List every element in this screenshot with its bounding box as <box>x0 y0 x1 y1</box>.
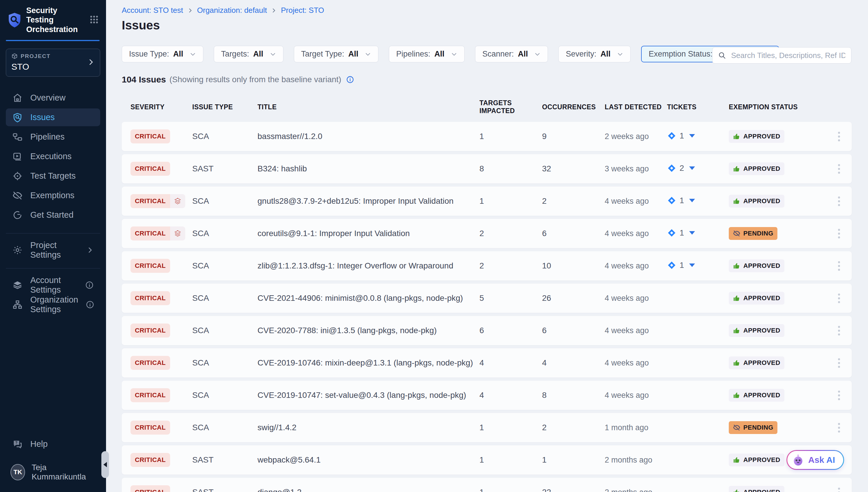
thumbs-up-icon <box>733 132 740 140</box>
status-label: APPROVED <box>743 165 780 173</box>
sidebar-footer: ? Help TK Teja Kummarikuntla <box>0 435 106 492</box>
help-button[interactable]: ? Help <box>6 435 100 453</box>
severity-badge-label: CRITICAL <box>131 356 170 370</box>
issue-row[interactable]: CRITICAL SCA CVE-2019-10747: set-value@0… <box>122 381 852 410</box>
row-menu-kebab-icon[interactable] <box>835 324 843 337</box>
ticket-count: 1 <box>680 196 684 205</box>
issue-row[interactable]: CRITICAL SCA zlib@1:1.2.13.dfsg-1: Integ… <box>122 251 852 280</box>
info-icon[interactable] <box>86 300 95 309</box>
filter-issue-type[interactable]: Issue Type:All <box>122 46 203 63</box>
project-selector[interactable]: PROJECT STO <box>6 49 100 77</box>
sidebar-item-test-targets[interactable]: Test Targets <box>6 167 100 185</box>
row-menu-kebab-icon[interactable] <box>835 356 843 370</box>
issue-row[interactable]: CRITICAL SCA CVE-2021-44906: minimist@0.… <box>122 284 852 313</box>
sidebar-item-organization-settings[interactable]: Organization Settings <box>6 296 100 313</box>
sidebar-collapse-handle[interactable] <box>101 451 109 478</box>
row-menu-kebab-icon[interactable] <box>835 195 843 208</box>
chevron-down-icon <box>190 51 196 57</box>
last-detected-cell: 4 weeks ago <box>605 391 667 400</box>
breadcrumb-account[interactable]: Account: STO test <box>122 6 183 15</box>
last-detected-cell: 2 weeks ago <box>605 132 667 141</box>
sidebar-item-executions[interactable]: Executions <box>6 147 100 165</box>
sidebar-item-overview[interactable]: Overview <box>6 89 100 107</box>
thumbs-up-icon <box>733 262 740 270</box>
filter-targets[interactable]: Targets:All <box>214 46 283 63</box>
occurrences-cell: 2 <box>542 423 605 432</box>
exemption-status-cell: APPROVED <box>729 260 825 272</box>
thumbs-up-icon <box>733 294 740 302</box>
exemption-status-cell: APPROVED <box>729 356 825 369</box>
sidebar-item-get-started[interactable]: Get Started <box>6 206 100 224</box>
row-menu-kebab-icon[interactable] <box>835 162 843 175</box>
user-menu[interactable]: TK Teja Kummarikuntla <box>6 463 100 482</box>
issue-title-cell: CVE-2020-7788: ini@1.3.5 (lang-pkgs, nod… <box>258 326 479 335</box>
issue-row[interactable]: CRITICAL SAST B324: hashlib 8 32 3 weeks… <box>122 154 852 183</box>
occurrences-cell: 10 <box>542 261 605 270</box>
severity-badge-label: CRITICAL <box>131 259 170 273</box>
search-input[interactable] <box>731 51 846 60</box>
ticket-group[interactable]: 2 <box>667 164 695 173</box>
issues-count-row: 104 Issues (Showing results only from th… <box>122 75 852 84</box>
breadcrumb-project[interactable]: Project: STO <box>281 6 324 15</box>
sidebar-item-account-settings[interactable]: Account Settings <box>6 276 100 294</box>
ticket-group[interactable]: 1 <box>667 228 695 238</box>
breadcrumb-organization[interactable]: Organization: default <box>197 6 267 15</box>
filter-label: Pipelines: <box>396 50 430 58</box>
chevron-down-icon <box>617 51 623 57</box>
shield-search-icon <box>12 112 23 123</box>
severity-cell: CRITICAL <box>131 194 192 208</box>
filter-scanner[interactable]: Scanner:All <box>475 46 548 63</box>
row-menu-kebab-icon[interactable] <box>835 421 843 434</box>
ticket-group[interactable]: 1 <box>667 261 695 270</box>
ticket-caret-down-icon <box>689 134 695 138</box>
issue-type-cell: SCA <box>192 294 258 303</box>
row-menu-kebab-icon[interactable] <box>835 389 843 402</box>
search-box <box>712 47 851 64</box>
exemption-status-badge: APPROVED <box>729 356 784 369</box>
issue-row[interactable]: CRITICAL SCA CVE-2020-7788: ini@1.3.5 (l… <box>122 316 852 345</box>
filter-severity[interactable]: Severity:All <box>558 46 631 63</box>
exemption-status-badge: APPROVED <box>729 292 784 304</box>
issue-row[interactable]: CRITICAL SCA CVE-2019-10746: mixin-deep@… <box>122 348 852 377</box>
filter-value: All <box>434 50 445 58</box>
targets-impacted-cell: 4 <box>479 391 542 400</box>
row-menu-kebab-icon[interactable] <box>835 227 843 240</box>
row-menu-kebab-icon[interactable] <box>835 486 843 492</box>
sidebar-item-project-settings[interactable]: Project Settings <box>6 241 100 259</box>
filter-pipelines[interactable]: Pipelines:All <box>389 46 465 63</box>
ticket-group[interactable]: 1 <box>667 196 695 205</box>
last-detected-cell: 4 weeks ago <box>605 197 667 206</box>
ticket-group[interactable]: 1 <box>667 131 695 141</box>
ticket-caret-down-icon <box>689 167 695 170</box>
exemption-status-cell: PENDING <box>729 227 825 240</box>
sidebar-item-issues[interactable]: Issues <box>6 108 100 126</box>
pipelines-icon <box>12 132 23 142</box>
row-menu-kebab-icon[interactable] <box>835 292 843 305</box>
project-chevron-right-icon <box>87 58 95 67</box>
filter-target-type[interactable]: Target Type:All <box>294 46 379 63</box>
issue-row[interactable]: CRITICAL SAST django@1.2 1 22 2 months a… <box>122 478 852 492</box>
breadcrumb-chevron-icon <box>187 7 193 14</box>
ask-ai-button[interactable]: Ask AI <box>786 450 844 470</box>
issue-row[interactable]: CRITICAL SCA gnutls28@3.7.9-2+deb12u5: I… <box>122 187 852 216</box>
severity-cell: CRITICAL <box>131 291 192 305</box>
help-label: Help <box>30 439 48 449</box>
issue-title-cell: zlib@1:1.2.13.dfsg-1: Integer Overflow o… <box>258 261 479 270</box>
issue-row[interactable]: CRITICAL SCA swig//1.4.2 1 2 1 month ago… <box>122 413 852 442</box>
info-icon[interactable] <box>85 281 94 290</box>
row-menu-kebab-icon[interactable] <box>835 260 843 272</box>
sidebar-item-pipelines[interactable]: Pipelines <box>6 128 100 146</box>
main-content: Account: STO test Organization: default … <box>106 0 868 492</box>
issue-row[interactable]: CRITICAL SAST webpack@5.64.1 1 1 2 month… <box>122 445 852 474</box>
issue-type-cell: SAST <box>192 455 258 465</box>
sidebar-item-exemptions[interactable]: Exemptions <box>6 187 100 204</box>
row-menu-kebab-icon[interactable] <box>835 130 843 143</box>
col-occurrences: OCCURRENCES <box>542 103 605 111</box>
eye-off-icon <box>12 190 23 201</box>
issue-row[interactable]: CRITICAL SCA bassmaster//1.2.0 1 9 2 wee… <box>122 122 852 151</box>
module-grid-icon[interactable] <box>89 15 99 26</box>
severity-cell: CRITICAL <box>131 388 192 402</box>
info-icon[interactable] <box>346 75 354 84</box>
home-icon <box>12 93 23 103</box>
issue-row[interactable]: CRITICAL SCA coreutils@9.1-1: Improper I… <box>122 219 852 248</box>
